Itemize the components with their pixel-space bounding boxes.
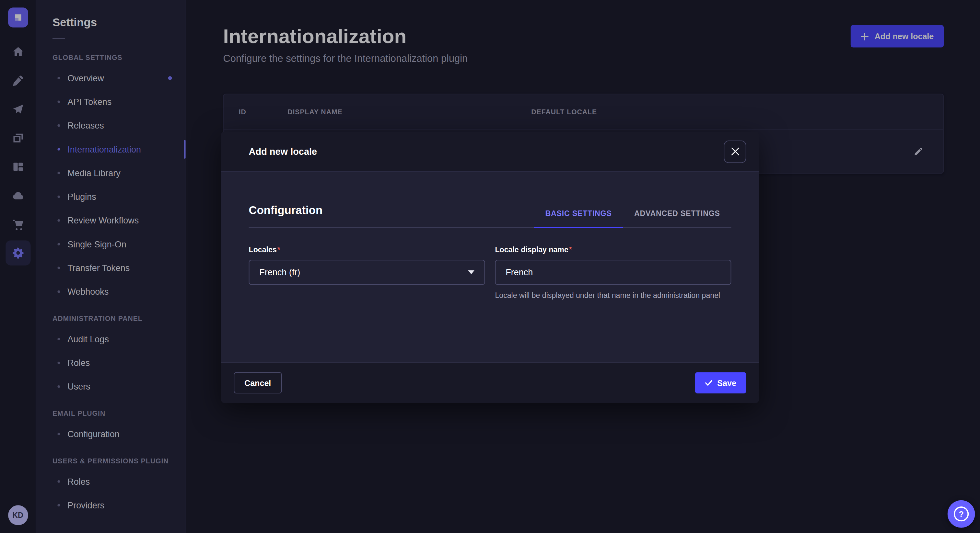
tab-basic-settings[interactable]: BASIC SETTINGS — [534, 209, 623, 228]
display-name-label: Locale display name* — [495, 246, 731, 254]
display-name-input[interactable] — [495, 260, 731, 285]
locales-select-value: French (fr) — [259, 267, 300, 277]
configuration-header: Configuration BASIC SETTINGS ADVANCED SE… — [249, 204, 732, 228]
configuration-heading: Configuration — [249, 204, 323, 227]
display-name-field: Locale display name* Locale will be disp… — [495, 246, 731, 301]
save-button[interactable]: Save — [695, 372, 746, 393]
modal-footer: Cancel Save — [221, 362, 759, 403]
modal-close-button[interactable] — [724, 140, 746, 163]
display-name-label-text: Locale display name — [495, 246, 568, 254]
locale-form: Locales* French (fr) Locale display name… — [249, 246, 732, 301]
chevron-down-icon — [468, 270, 474, 274]
strapi-admin-app: KD Settings GLOBAL SETTINGS Overview API… — [0, 0, 980, 533]
close-icon — [731, 148, 739, 155]
settings-tabs: BASIC SETTINGS ADVANCED SETTINGS — [534, 209, 732, 227]
add-locale-modal: Add new locale Configuration BASIC SETTI… — [221, 132, 759, 403]
check-icon — [705, 380, 712, 386]
help-fab[interactable]: ? — [948, 500, 975, 528]
cancel-button[interactable]: Cancel — [234, 372, 282, 393]
locales-select[interactable]: French (fr) — [249, 260, 485, 285]
required-asterisk: * — [569, 246, 572, 254]
modal-header: Add new locale — [221, 132, 759, 171]
question-mark-icon: ? — [954, 506, 969, 521]
locales-label: Locales* — [249, 246, 485, 254]
locales-field: Locales* French (fr) — [249, 246, 485, 301]
required-asterisk: * — [277, 246, 280, 254]
modal-title: Add new locale — [249, 146, 317, 157]
modal-body: Configuration BASIC SETTINGS ADVANCED SE… — [221, 171, 759, 362]
save-button-label: Save — [717, 378, 736, 388]
tab-advanced-settings[interactable]: ADVANCED SETTINGS — [623, 209, 731, 227]
display-name-hint: Locale will be displayed under that name… — [495, 290, 731, 301]
locales-label-text: Locales — [249, 246, 277, 254]
